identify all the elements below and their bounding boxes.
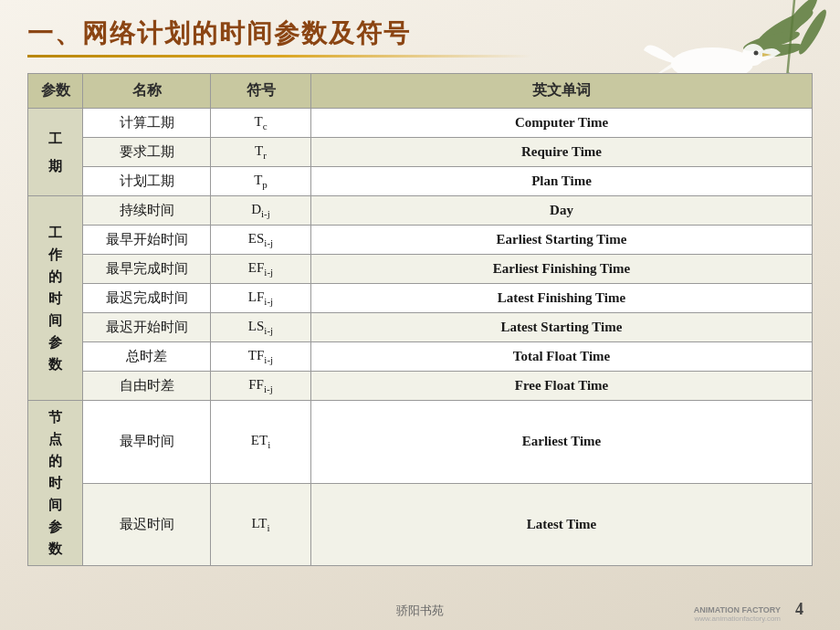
- footer-text: 骄阳书苑: [396, 603, 444, 619]
- header-name: 名称: [83, 74, 211, 109]
- symbol-cell: LFi-j: [211, 284, 311, 313]
- title-area: 一、网络计划的时间参数及符号: [27, 16, 657, 58]
- symbol-cell: LSi-j: [211, 313, 311, 342]
- table-row: 节点的时间参数 最早时间 ETi Earliest Time: [28, 401, 813, 484]
- name-cell: 计划工期: [83, 167, 211, 196]
- symbol-cell: Di-j: [211, 196, 311, 226]
- table-row: 计划工期 Tp Plan Time: [28, 167, 813, 196]
- title-underline: [27, 55, 531, 58]
- slide-background: 一、网络计划的时间参数及符号 参数 名称 符号 英文单词 工期 计算工期 Tc …: [0, 0, 840, 630]
- svg-point-9: [742, 44, 764, 66]
- group-label-2: 工作的时间参数: [28, 196, 83, 401]
- symbol-cell: EFi-j: [211, 255, 311, 284]
- group-label-3: 节点的时间参数: [28, 401, 83, 566]
- table-row: 工期 计算工期 Tc Computer Time: [28, 109, 813, 138]
- english-cell: Day: [311, 196, 813, 226]
- english-cell: Latest Starting Time: [311, 313, 813, 342]
- english-cell: Earliest Time: [311, 401, 813, 484]
- english-cell: Plan Time: [311, 167, 813, 196]
- table-container: 参数 名称 符号 英文单词 工期 计算工期 Tc Computer Time 要…: [27, 73, 813, 566]
- symbol-cell: TFi-j: [211, 342, 311, 372]
- table-row: 自由时差 FFi-j Free Float Time: [28, 372, 813, 401]
- english-cell: Earliest Starting Time: [311, 226, 813, 255]
- english-cell: Free Float Time: [311, 372, 813, 401]
- data-table: 参数 名称 符号 英文单词 工期 计算工期 Tc Computer Time 要…: [27, 73, 813, 566]
- name-cell: 最迟时间: [83, 483, 211, 566]
- name-cell: 要求工期: [83, 138, 211, 167]
- table-header-row: 参数 名称 符号 英文单词: [28, 74, 813, 109]
- symbol-cell: FFi-j: [211, 372, 311, 401]
- english-cell: Latest Finishing Time: [311, 284, 813, 313]
- name-cell: 最早完成时间: [83, 255, 211, 284]
- header-symbol: 符号: [211, 74, 311, 109]
- table-row: 最早完成时间 EFi-j Earliest Finishing Time: [28, 255, 813, 284]
- page-number: 4: [795, 600, 803, 619]
- symbol-cell: ETi: [211, 401, 311, 484]
- english-cell: Require Time: [311, 138, 813, 167]
- english-cell: Computer Time: [311, 109, 813, 138]
- table-row: 最迟完成时间 LFi-j Latest Finishing Time: [28, 284, 813, 313]
- english-cell: Earliest Finishing Time: [311, 255, 813, 284]
- table-row: 最迟开始时间 LSi-j Latest Starting Time: [28, 313, 813, 342]
- group-label-1: 工期: [28, 109, 83, 196]
- name-cell: 最早开始时间: [83, 226, 211, 255]
- symbol-cell: Tp: [211, 167, 311, 196]
- name-cell: 最迟开始时间: [83, 313, 211, 342]
- slide-title: 一、网络计划的时间参数及符号: [27, 16, 657, 51]
- name-cell: 总时差: [83, 342, 211, 372]
- symbol-cell: Tc: [211, 109, 311, 138]
- table-row: 工作的时间参数 持续时间 Di-j Day: [28, 196, 813, 226]
- name-cell: 最迟完成时间: [83, 284, 211, 313]
- symbol-cell: Tr: [211, 138, 311, 167]
- header-params: 参数: [28, 74, 83, 109]
- name-cell: 计算工期: [83, 109, 211, 138]
- svg-point-10: [754, 51, 759, 56]
- table-row: 要求工期 Tr Require Time: [28, 138, 813, 167]
- symbol-cell: LTi: [211, 483, 311, 566]
- name-cell: 持续时间: [83, 196, 211, 226]
- table-row: 最早开始时间 ESi-j Earliest Starting Time: [28, 226, 813, 255]
- symbol-cell: ESi-j: [211, 226, 311, 255]
- english-cell: Latest Time: [311, 483, 813, 566]
- table-row: 总时差 TFi-j Total Float Time: [28, 342, 813, 372]
- english-cell: Total Float Time: [311, 342, 813, 372]
- header-english: 英文单词: [311, 74, 813, 109]
- name-cell: 最早时间: [83, 401, 211, 484]
- animation-logo: ANIMATION FACTORY www.animationfactory.c…: [694, 605, 781, 623]
- name-cell: 自由时差: [83, 372, 211, 401]
- table-row: 最迟时间 LTi Latest Time: [28, 483, 813, 566]
